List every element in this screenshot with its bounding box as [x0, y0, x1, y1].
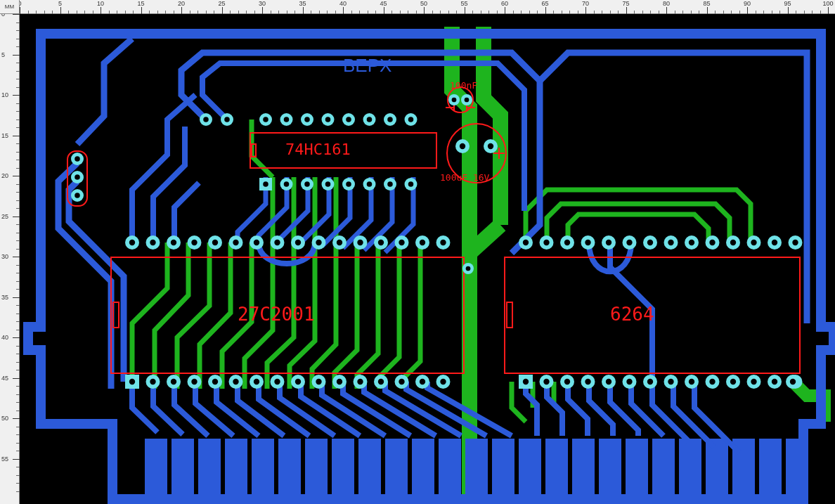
svg-point-195	[772, 379, 777, 385]
svg-point-175	[564, 379, 570, 385]
svg-point-193	[751, 379, 756, 385]
svg-rect-23	[759, 439, 782, 498]
svg-rect-21	[706, 439, 728, 498]
svg-point-107	[440, 240, 446, 245]
svg-rect-7	[332, 439, 354, 498]
svg-point-121	[254, 379, 259, 385]
svg-point-85	[212, 240, 218, 245]
svg-point-67	[367, 181, 373, 187]
svg-rect-1	[171, 439, 194, 498]
svg-point-43	[284, 117, 290, 122]
svg-point-167	[772, 240, 777, 245]
svg-point-163	[730, 240, 736, 245]
svg-point-95	[316, 240, 321, 245]
svg-rect-30	[507, 302, 512, 328]
svg-point-123	[274, 379, 280, 385]
svg-point-201	[75, 174, 80, 180]
svg-rect-16	[572, 439, 595, 498]
svg-point-151	[606, 240, 611, 245]
svg-point-205	[452, 98, 457, 103]
svg-point-153	[626, 240, 632, 245]
svg-point-117	[212, 379, 218, 385]
pcb-svg: BEPX 74HC161 27C2001 6264 100nF 100uF 16…	[20, 14, 835, 504]
svg-point-55	[408, 117, 414, 122]
svg-point-47	[325, 117, 331, 122]
svg-point-183	[647, 379, 653, 385]
svg-point-189	[709, 379, 715, 385]
pcb-canvas[interactable]: BEPX 74HC161 27C2001 6264 100nF 100uF 16…	[20, 14, 835, 504]
edge-connector	[145, 439, 808, 498]
svg-point-81	[171, 240, 176, 245]
svg-point-173	[543, 379, 549, 385]
cap2-label: 100uF 16V	[440, 172, 490, 183]
svg-point-111	[150, 379, 155, 385]
svg-point-135	[399, 379, 404, 385]
ruler-horizontal[interactable]: 0510152025303540455055606570758085909510…	[20, 0, 835, 14]
svg-point-129	[337, 379, 342, 385]
svg-point-139	[440, 379, 446, 385]
svg-rect-18	[626, 439, 648, 498]
svg-point-61	[304, 181, 310, 187]
svg-rect-5	[278, 439, 301, 498]
svg-point-191	[730, 379, 736, 385]
svg-point-75	[224, 117, 230, 122]
svg-point-209	[460, 143, 465, 149]
svg-point-71	[408, 181, 414, 187]
svg-point-101	[378, 240, 384, 245]
silkscreen-layer	[67, 87, 800, 373]
svg-rect-20	[679, 439, 701, 498]
svg-point-211	[488, 143, 493, 149]
svg-rect-17	[599, 439, 621, 498]
pcb-editor-root: MM 0510152025303540455055606570758085909…	[0, 0, 835, 504]
svg-point-171	[523, 379, 529, 385]
ruler-vertical[interactable]: 0510152025303540455055	[0, 14, 20, 504]
svg-point-181	[626, 379, 632, 385]
svg-point-119	[233, 379, 238, 385]
svg-rect-24	[786, 439, 808, 498]
svg-point-69	[387, 181, 393, 187]
svg-point-187	[689, 379, 694, 385]
svg-rect-11	[439, 439, 461, 498]
svg-rect-4	[252, 439, 274, 498]
svg-point-113	[171, 379, 176, 385]
svg-rect-15	[545, 439, 568, 498]
svg-point-115	[191, 379, 197, 385]
svg-point-159	[689, 240, 694, 245]
svg-point-109	[129, 379, 135, 385]
svg-point-49	[346, 117, 351, 122]
cap1-label: 100nF	[450, 80, 477, 91]
svg-point-53	[387, 117, 393, 122]
svg-point-103	[399, 240, 404, 245]
svg-point-41	[263, 117, 268, 122]
svg-rect-9	[385, 439, 408, 498]
svg-point-105	[420, 240, 425, 245]
svg-point-185	[668, 379, 673, 385]
svg-point-51	[367, 117, 373, 122]
svg-point-93	[295, 240, 301, 245]
svg-rect-0	[145, 439, 167, 498]
svg-point-45	[304, 117, 310, 122]
svg-point-179	[606, 379, 611, 385]
svg-point-97	[337, 240, 342, 245]
svg-point-83	[191, 240, 197, 245]
svg-point-141	[466, 266, 471, 271]
svg-point-87	[233, 240, 238, 245]
svg-point-99	[357, 240, 363, 245]
svg-point-199	[75, 156, 80, 162]
svg-rect-2	[198, 439, 221, 498]
svg-point-177	[585, 379, 590, 385]
svg-point-145	[543, 240, 549, 245]
svg-rect-13	[492, 439, 514, 498]
svg-point-57	[263, 181, 268, 187]
svg-rect-14	[519, 439, 541, 498]
svg-point-77	[129, 240, 135, 245]
svg-rect-12	[465, 439, 488, 498]
svg-point-137	[420, 379, 425, 385]
svg-point-63	[325, 181, 331, 187]
svg-point-65	[346, 181, 351, 187]
svg-point-149	[585, 240, 590, 245]
svg-point-89	[254, 240, 259, 245]
svg-point-91	[274, 240, 280, 245]
svg-point-155	[647, 240, 653, 245]
svg-point-213	[790, 379, 796, 385]
